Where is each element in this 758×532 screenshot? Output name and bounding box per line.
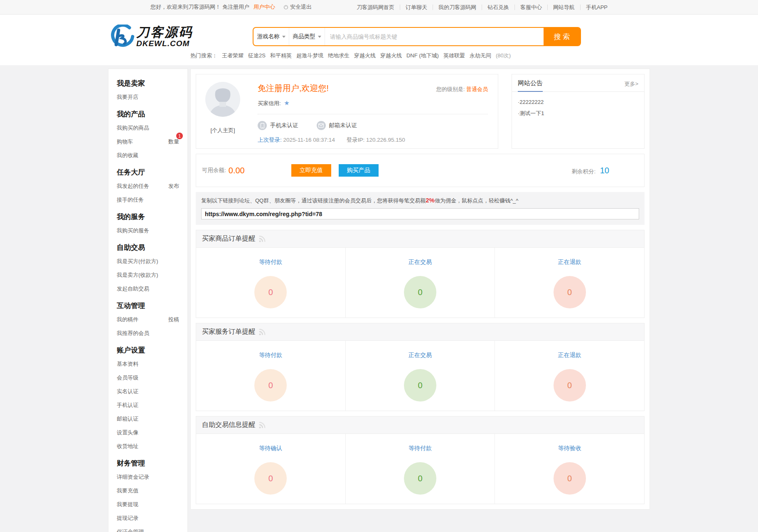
balance-label: 可用余额:	[202, 167, 226, 174]
sidebar-item-recharge[interactable]: 我要充值	[117, 484, 179, 498]
commission-percent: 2%	[426, 197, 435, 204]
sidebar-item-open-shop[interactable]: 我要开店	[117, 90, 179, 104]
order-status-column: 等待付款 0	[196, 341, 345, 411]
sidebar-item-deposit-management[interactable]: 保证金管理	[117, 525, 179, 532]
game-name-select[interactable]: 游戏名称	[253, 28, 289, 45]
sidebar-item-email-auth[interactable]: 邮箱认证	[117, 412, 179, 426]
waiting-acceptance-link[interactable]: 等待验收	[495, 445, 644, 452]
sidebar-section-account: 账户设置	[117, 345, 179, 355]
hot-search-link[interactable]: 超激斗梦境	[296, 52, 323, 59]
sidebar-section-seller: 我是卖家	[117, 79, 179, 88]
topbar-link-home[interactable]: 刀客源码网首页	[351, 5, 400, 10]
sidebar-item-accepted-tasks[interactable]: 接手的任务	[117, 193, 179, 207]
sidebar-item-basic-info[interactable]: 基本资料	[117, 357, 179, 371]
topbar-link-service[interactable]: 客服中心	[514, 5, 547, 10]
sidebar-item-start-self-trade[interactable]: 发起自助交易	[117, 282, 179, 296]
sidebar-item-cart[interactable]: 购物车 数量 1	[117, 135, 179, 148]
sidebar-item-avatar-setting[interactable]: 设置头像	[117, 426, 179, 439]
avatar-silhouette-icon	[205, 82, 240, 117]
hot-search-link[interactable]: 征途2S	[248, 52, 266, 59]
sidebar-item-my-tasks[interactable]: 我发起的任务 发布	[117, 179, 179, 193]
announcement-title: 网站公告	[518, 79, 543, 92]
waiting-payment-count: 0	[254, 276, 287, 308]
topbar-link-my-site[interactable]: 我的刀客源码网	[433, 5, 482, 10]
hot-search-link[interactable]: 王者荣耀	[222, 52, 244, 59]
personal-homepage-link[interactable]: [个人主页]	[196, 127, 249, 134]
sidebar-item-seller-payee[interactable]: 我是卖方(收款方)	[117, 268, 179, 282]
email-cert-status[interactable]: 邮箱未认证	[317, 121, 357, 130]
hot-search-link[interactable]: 和平精英	[270, 52, 292, 59]
buy-product-button[interactable]: 购买产品	[339, 164, 379, 177]
rss-icon	[258, 328, 266, 336]
hot-search-link[interactable]: DNF (地下城)	[406, 52, 439, 59]
hot-search-link[interactable]: 英雄联盟	[443, 52, 465, 59]
sidebar-item-purchased-goods[interactable]: 我购买的商品	[117, 121, 179, 135]
credit-star-icon: ★	[284, 99, 289, 106]
recharge-button[interactable]: 立即充值	[291, 164, 331, 177]
sidebar-item-my-posts[interactable]: 我的稿件 投稿	[117, 313, 179, 326]
sidebar-section-finance: 财务管理	[117, 458, 179, 468]
search-input[interactable]	[325, 28, 544, 45]
announcement-item[interactable]: ·测试一下1	[518, 108, 638, 119]
avatar[interactable]	[205, 82, 240, 117]
order-status-column: 正在交易 0	[345, 341, 495, 411]
waiting-payment-link[interactable]: 等待付款	[346, 445, 495, 452]
order-status-column: 等待确认 0	[196, 434, 345, 504]
topbar-link-app[interactable]: 手机APP	[580, 5, 608, 10]
product-type-select[interactable]: 商品类型	[289, 28, 325, 45]
announcement-more-link[interactable]: 更多>	[624, 80, 638, 91]
logout-link[interactable]: 安全退出	[283, 3, 312, 11]
sidebar-item-fund-records[interactable]: 详细资金记录	[117, 470, 179, 484]
profile-panel: [个人主页] 免注册用户,欢迎您! 您的级别是: 普通会员 买家信用: ★	[196, 74, 498, 149]
referral-link-input[interactable]	[201, 208, 639, 219]
phone-icon	[258, 121, 267, 130]
topbar-link-diamond[interactable]: 钻石兑换	[482, 5, 514, 10]
sidebar-item-purchased-services[interactable]: 我购买的服务	[117, 224, 179, 237]
user-center-link[interactable]: 用户中心	[253, 3, 275, 11]
hot-search-link[interactable]: 永劫无间	[470, 52, 491, 59]
sidebar-item-recommended-members[interactable]: 我推荐的会员	[117, 326, 179, 340]
sidebar: 我是卖家 我要开店 我的产品 我购买的商品 购物车 数量 1 我的收藏 任务大厅…	[108, 69, 188, 532]
topbar-link-order-chat[interactable]: 订单聊天	[400, 5, 433, 10]
self-trade-info-panel: 自助交易信息提醒 等待确认 0 等待付款 0 等待验收 0	[196, 416, 645, 504]
panel-title: 买家服务订单提醒	[202, 328, 255, 336]
rss-icon	[258, 421, 266, 429]
sidebar-item-realname-auth[interactable]: 实名认证	[117, 384, 179, 398]
refunding-link[interactable]: 正在退款	[495, 259, 644, 266]
power-icon	[283, 5, 288, 10]
sidebar-item-buyer-payer[interactable]: 我是买方(付款方)	[117, 254, 179, 268]
buyer-credit: 买家信用: ★	[258, 99, 488, 114]
refunding-link[interactable]: 正在退款	[495, 352, 644, 359]
sidebar-item-favorites[interactable]: 我的收藏	[117, 148, 179, 162]
submit-post-link[interactable]: 投稿	[168, 316, 179, 323]
trading-link[interactable]: 正在交易	[346, 352, 495, 359]
announcement-item[interactable]: ·22222222	[518, 96, 638, 108]
topbar-link-nav[interactable]: 网站导航	[547, 5, 580, 10]
publish-task-link[interactable]: 发布	[168, 182, 179, 190]
hot-search-link[interactable]: 绝地求生	[328, 52, 349, 59]
member-level-link[interactable]: 普通会员	[466, 86, 488, 92]
phone-cert-status[interactable]: 手机未认证	[258, 121, 298, 130]
waiting-payment-link[interactable]: 等待付款	[196, 259, 345, 266]
waiting-acceptance-count: 0	[554, 462, 586, 495]
trading-link[interactable]: 正在交易	[346, 259, 495, 266]
waiting-confirm-link[interactable]: 等待确认	[196, 445, 345, 452]
sidebar-item-member-level[interactable]: 会员等级	[117, 371, 179, 384]
buyer-service-orders-panel: 买家服务订单提醒 等待付款 0 正在交易 0 正在退款 0	[196, 323, 645, 411]
sidebar-item-shipping-address[interactable]: 收货地址	[117, 439, 179, 453]
hot-search-link[interactable]: 穿越火线	[354, 52, 376, 59]
cart-count-badge: 1	[176, 133, 183, 139]
hot-search-label: 热门搜索：	[190, 52, 217, 59]
site-logo[interactable]: 刀客源码 DKEWL.COM	[111, 25, 193, 49]
sidebar-section-task-hall: 任务大厅	[117, 167, 179, 177]
waiting-payment-link[interactable]: 等待付款	[196, 352, 345, 359]
refunding-count: 0	[554, 276, 586, 308]
sidebar-item-phone-auth[interactable]: 手机认证	[117, 398, 179, 412]
waiting-confirm-count: 0	[254, 462, 287, 495]
sidebar-item-withdraw[interactable]: 我要提现	[117, 498, 179, 511]
search-button[interactable]: 搜 索	[544, 28, 580, 45]
sidebar-item-withdraw-records[interactable]: 提现记录	[117, 511, 179, 525]
sidebar-section-services: 我的服务	[117, 212, 179, 222]
hot-search-link[interactable]: 穿越火线	[380, 52, 402, 59]
refunding-count: 0	[554, 369, 586, 401]
